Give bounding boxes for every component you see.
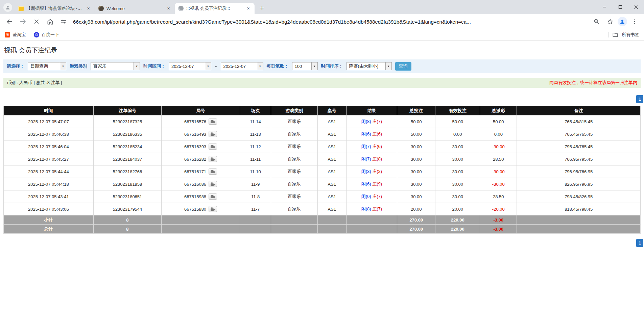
new-tab-button[interactable]: + [257,3,267,13]
cell-bet-id: 523023186335 [93,128,162,140]
round-number: 667516576 [184,119,206,124]
cell-game-type: 百家乐 [271,165,318,178]
date-to-select[interactable]: 2025-12-07 ▼ [221,62,263,70]
cell-time: 2025-12-07 05:45:27 [4,153,94,165]
tab-close-icon[interactable]: × [86,6,91,11]
video-replay-icon[interactable] [209,131,217,137]
stop-loading-button[interactable] [30,16,43,28]
back-button[interactable] [3,16,16,28]
sort-label: 时间排序： [321,63,343,69]
folder-icon [612,32,618,38]
result-player: 闲(8) [361,119,371,124]
search-button[interactable]: 查询 [395,62,411,71]
bookmark-baidu[interactable]: 百 百度一下 [34,32,59,38]
page-size-label: 每页笔数： [267,63,289,69]
video-replay-icon[interactable] [209,194,217,200]
table-row: 2025-12-07 05:47:07 523023187325 6675165… [4,115,641,128]
video-replay-icon[interactable] [209,206,217,212]
tab-strip: 【新提醒】海燕策略论坛 - 综合... × Welcome × :::视讯 会员… [0,0,644,14]
total-count: 8 [93,225,162,234]
video-replay-icon[interactable] [209,181,217,187]
forward-button[interactable] [17,16,29,28]
column-header: 结果 [346,106,397,115]
pagination-bottom: 1 [3,239,643,247]
cell-result: 闲(6) 庄(9) [346,178,397,190]
maximize-button[interactable] [612,0,628,14]
cell-table-no: AS1 [317,165,346,178]
bet-records-table: 时间注单编号局号场次游戏类别桌号结果总投注有效投注总派彩备注 2025-12-0… [3,106,641,234]
all-bookmarks[interactable]: 所有书签 [609,32,639,38]
cell-session: 11-7 [240,203,271,215]
cell-result: 闲(8) 庄(7) [346,115,397,128]
home-button[interactable] [44,16,56,28]
person-icon [619,19,625,25]
video-replay-icon[interactable] [209,119,217,125]
cell-total-bet[interactable]: 20.00 [397,203,435,215]
chevron-down-icon: ▼ [311,62,317,70]
result-banker: 庄(6) [372,144,382,149]
game-type-select[interactable]: 百家乐 ▼ [91,62,140,70]
result-player: 闲(7) [361,144,371,149]
cell-table-no: AS1 [317,128,346,140]
cell-bet-id: 523023180651 [93,190,162,203]
address-bar[interactable]: 66cxkj98.com/ipl/portal.php/game/betreco… [73,19,586,25]
round-number: 667516493 [184,132,206,137]
cell-valid-bet: 30.00 [435,140,480,153]
bookmark-taobao[interactable]: 淘 爱淘宝 [5,32,26,38]
total-payout: -3.00 [480,225,517,234]
column-header: 桌号 [317,106,346,115]
sort-select[interactable]: 降幂(由大到小) ▼ [347,62,392,70]
menu-dots-icon[interactable] [628,16,641,28]
video-replay-icon[interactable] [209,169,217,175]
cell-valid-bet: 30.00 [435,165,480,178]
cell-note: 766.95/795.45 [517,153,641,165]
query-type-select[interactable]: 日期查询 ▼ [28,62,66,70]
bet-records-favicon-icon [178,6,184,11]
page-title: 视讯 会员下注纪录 [4,46,641,55]
cell-bet-id: 523023185234 [93,140,162,153]
cell-table-no: AS1 [317,153,346,165]
cell-round: 667516282 [162,153,240,165]
bookmark-star-icon[interactable] [604,16,616,28]
video-replay-icon[interactable] [209,156,217,162]
video-replay-icon[interactable] [209,144,217,150]
tab-close-icon[interactable]: × [166,6,171,11]
column-header: 备注 [517,106,641,115]
cell-total-bet[interactable]: 30.00 [397,190,435,203]
cell-valid-bet: 30.00 [435,178,480,190]
close-window-button[interactable] [628,0,644,14]
tab-forum[interactable]: 【新提醒】海燕策略论坛 - 综合... × [15,3,95,14]
zoom-icon[interactable] [591,16,603,28]
cell-valid-bet: 50.00 [435,115,480,128]
cell-total-bet[interactable]: 30.00 [397,165,435,178]
cell-round: 667516493 [162,128,240,140]
profile-avatar[interactable] [3,3,12,12]
site-info-icon[interactable] [57,16,70,28]
cell-total-bet[interactable]: 50.00 [397,128,435,140]
tab-close-icon[interactable]: × [245,6,251,11]
cell-table-no: AS1 [317,190,346,203]
cell-total-bet[interactable]: 30.00 [397,140,435,153]
summary-notice: 同局有效投注，统一计算在该局第一张注单内 [549,80,637,86]
total-row: 总计 8 270.00 220.00 -3.00 [4,225,641,234]
table-row: 2025-12-07 05:45:27 523023184037 6675162… [4,153,641,165]
round-number: 667516171 [184,169,206,174]
page-button[interactable]: 1 [636,239,643,247]
minimize-button[interactable] [596,0,612,14]
tab-welcome[interactable]: Welcome × [95,3,175,14]
cell-total-bet[interactable]: 50.00 [397,115,435,128]
currency-summary: 币别 : 人民币 | 总共 :8 注单 | [7,80,62,86]
profile-button[interactable] [618,17,627,26]
tab-bet-records[interactable]: :::视讯 会员下注纪录::: × [175,3,255,14]
page-size-select[interactable]: 100 ▼ [292,62,318,70]
page-button[interactable]: 1 [636,95,643,103]
cell-total-bet[interactable]: 30.00 [397,178,435,190]
cell-total-bet[interactable]: 30.00 [397,153,435,165]
cell-note: 765.45/815.45 [517,115,641,128]
cell-bet-id: 523023181858 [93,178,162,190]
separator [609,32,609,37]
column-header: 注单编号 [93,106,162,115]
game-type-label: 游戏类别 [70,63,87,69]
date-from-select[interactable]: 2025-12-07 ▼ [169,62,211,70]
cell-valid-bet: 20.00 [435,203,480,215]
